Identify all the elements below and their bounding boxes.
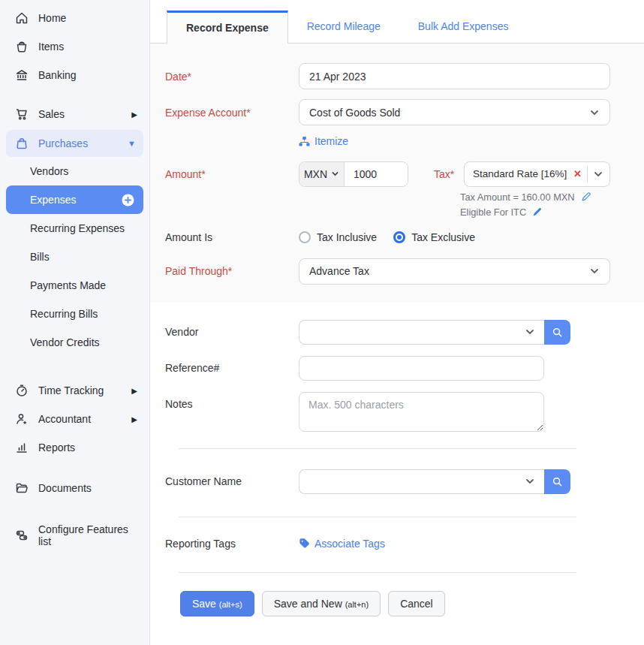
paid-through-select[interactable]: Advance Tax (299, 258, 610, 285)
chevron-down-icon (525, 476, 535, 487)
sidebar-item-vendor-credits[interactable]: Vendor Credits (0, 328, 149, 357)
sidebar-item-accountant[interactable]: Accountant ▶ (0, 405, 149, 433)
sidebar-item-label: Accountant (38, 413, 122, 425)
radio-icon[interactable] (299, 231, 311, 243)
vendor-label: Vendor (165, 326, 299, 338)
sidebar-item-documents[interactable]: Documents (0, 474, 149, 502)
add-expense-icon[interactable] (122, 194, 134, 206)
cancel-button[interactable]: Cancel (388, 591, 445, 616)
sidebar-item-payments-made[interactable]: Payments Made (0, 271, 149, 300)
folder-icon (15, 481, 29, 495)
sidebar-item-sales[interactable]: Sales ▶ (0, 100, 149, 128)
edit-tax-amount-icon[interactable] (581, 191, 591, 202)
tag-icon (299, 538, 310, 549)
sidebar-item-banking[interactable]: Banking (0, 61, 149, 89)
date-input[interactable] (299, 63, 610, 89)
search-icon (552, 476, 563, 487)
sidebar-item-label: Documents (38, 482, 137, 494)
sidebar-item-reports[interactable]: Reports (0, 433, 149, 462)
tab-bar: Record Expense Record Mileage Bulk Add E… (150, 0, 644, 44)
expense-details-section: Date* Expense Account* Cost of Goods Sol… (150, 44, 644, 303)
reference-row: Reference# (165, 356, 610, 381)
save-button[interactable]: Save (alt+s) (180, 591, 254, 616)
cart-icon (15, 107, 29, 121)
vendor-search-button[interactable] (544, 320, 570, 345)
sidebar-item-label: Purchases (38, 137, 118, 149)
action-bar: Save (alt+s) Save and New (alt+n) Cancel (180, 591, 610, 616)
tax-amount-text: Tax Amount = 160.00 MXN (460, 191, 575, 203)
sidebar-item-label: Banking (38, 69, 137, 81)
chevron-down-icon (589, 107, 600, 118)
sidebar-item-recurring-expenses[interactable]: Recurring Expenses (0, 214, 149, 243)
customer-search-button[interactable] (544, 469, 570, 494)
radio-selected-icon[interactable] (393, 231, 405, 243)
reference-input[interactable] (299, 356, 544, 381)
divider (587, 167, 588, 182)
sidebar-item-label: Home (38, 12, 137, 24)
sidebar-item-bills[interactable]: Bills (0, 243, 149, 271)
customer-select[interactable] (299, 469, 544, 494)
home-icon (15, 11, 29, 25)
currency-select[interactable]: MXN (299, 162, 345, 186)
itemize-icon (299, 136, 310, 147)
sidebar-item-label: Reports (38, 442, 137, 454)
sidebar-item-configure-features[interactable]: Configure Features list (0, 521, 149, 550)
sidebar-item-label: Recurring Expenses (30, 222, 137, 234)
customer-combo (299, 469, 570, 494)
reporting-tags-row: Reporting Tags Associate Tags (165, 538, 610, 550)
sidebar-item-label: Time Tracking (38, 384, 122, 396)
tax-select[interactable]: Standard Rate [16%] ✕ (464, 161, 610, 187)
sidebar-item-expenses[interactable]: Expenses (6, 185, 143, 214)
associate-tags-link[interactable]: Associate Tags (299, 538, 385, 550)
radio-label: Tax Exclusive (411, 231, 475, 243)
vendor-select[interactable] (299, 320, 544, 345)
customer-row: Customer Name (165, 469, 610, 494)
tax-label: Tax* (434, 168, 458, 180)
chevron-down-icon (525, 327, 535, 337)
edit-eligible-itc-icon[interactable] (532, 207, 542, 217)
chevron-down-icon: ▼ (128, 139, 136, 148)
reference-label: Reference# (165, 362, 299, 374)
clear-tax-icon[interactable]: ✕ (568, 168, 587, 179)
amount-is-row: Amount Is Tax Inclusive Tax Exclusive (165, 231, 610, 243)
sidebar-item-time-tracking[interactable]: Time Tracking ▶ (0, 376, 149, 405)
sidebar-item-items[interactable]: Items (0, 32, 149, 61)
sidebar-item-vendors[interactable]: Vendors (0, 157, 149, 185)
radio-label: Tax Inclusive (317, 231, 377, 243)
section-divider (179, 572, 576, 573)
save-shortcut: (alt+s) (219, 600, 242, 609)
expense-account-value: Cost of Goods Sold (309, 107, 400, 119)
amount-input[interactable] (345, 162, 408, 186)
paid-through-label: Paid Through* (165, 265, 299, 277)
itemize-link[interactable]: Itemize (299, 135, 348, 147)
eligible-itc-line: Eligible For ITC (460, 206, 610, 218)
amount-is-label: Amount Is (165, 231, 299, 243)
sidebar-item-home[interactable]: Home (0, 4, 149, 32)
chevron-down-icon (589, 266, 600, 276)
save-and-new-label: Save and New (274, 598, 342, 610)
vendor-combo (299, 320, 570, 345)
sidebar-item-label: Vendors (30, 165, 137, 177)
additional-details-section: Vendor Reference# Notes Customer Name (150, 303, 644, 616)
main-content: Record Expense Record Mileage Bulk Add E… (150, 0, 644, 645)
radio-tax-exclusive[interactable]: Tax Exclusive (393, 231, 475, 243)
tab-bulk-add-expenses[interactable]: Bulk Add Expenses (399, 10, 528, 43)
search-icon (552, 327, 563, 338)
paid-through-value: Advance Tax (309, 265, 369, 277)
tab-record-expense[interactable]: Record Expense (167, 11, 288, 44)
sidebar-item-recurring-bills[interactable]: Recurring Bills (0, 300, 149, 328)
sidebar: Home Items Banking Sales ▶ Purchases ▼ V… (0, 0, 150, 645)
amount-label: Amount* (165, 168, 299, 180)
save-and-new-button[interactable]: Save and New (alt+n) (262, 591, 381, 616)
radio-tax-inclusive[interactable]: Tax Inclusive (299, 231, 377, 243)
section-divider (179, 448, 576, 449)
notes-textarea[interactable] (299, 392, 544, 432)
chevron-down-icon (331, 170, 339, 178)
sidebar-item-label: Configure Features list (38, 523, 137, 547)
section-divider (179, 517, 576, 517)
sidebar-item-purchases[interactable]: Purchases ▼ (6, 130, 143, 157)
expense-account-row: Expense Account* Cost of Goods Sold (165, 99, 610, 125)
tab-record-mileage[interactable]: Record Mileage (288, 10, 399, 43)
expense-account-select[interactable]: Cost of Goods Sold (299, 99, 610, 125)
notes-label: Notes (165, 392, 299, 410)
